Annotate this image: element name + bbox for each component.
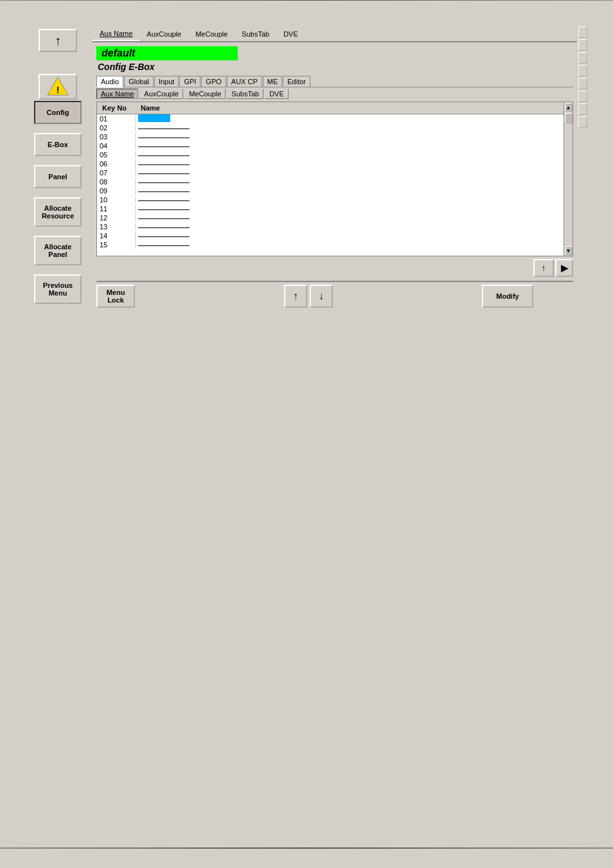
sidebar-up-button[interactable]: ↑ [39,29,77,52]
sub-tab-dve[interactable]: DVE [265,89,289,99]
right-panel: Aux Name AuxCouple MeCouple SubsTab DVE [93,26,577,312]
table-row[interactable]: 07 [97,168,564,177]
table-row[interactable]: 09 [97,186,564,195]
name-cell-07 [136,169,564,177]
right-side-btn-1[interactable] [578,26,587,38]
ebox-label: E-Box [48,141,68,148]
allocate-panel-button[interactable]: Allocate Panel [34,236,82,265]
table-row[interactable]: 08 [97,177,564,186]
key-cell-11: 11 [97,205,136,213]
table-body[interactable]: 01 02 03 [97,114,564,256]
name-cell-01 [136,114,564,123]
panel-label: Panel [48,173,67,181]
scroll-up-btn[interactable]: ▲ [565,103,573,112]
up-nav-button[interactable]: ↑ [533,259,554,277]
name-cell-08 [136,178,564,186]
inner-tab-input[interactable]: Input [154,76,179,87]
sub-tab-substab[interactable]: SubsTab [227,89,263,99]
ebox-button[interactable]: E-Box [34,133,82,156]
warning-icon-container: ! [46,76,69,98]
sidebar: ↑ ! Config E-Box [26,26,90,312]
right-side-btn-4[interactable] [578,65,587,76]
bottom-rule [0,847,613,849]
table-scrollbar[interactable]: ▲ ▼ [564,102,573,256]
top-tab-auxcouple[interactable]: AuxCouple [139,27,188,41]
sub-tab-aux-name[interactable]: Aux Name [96,89,138,99]
key-cell-04: 04 [97,142,136,150]
name-cell-15 [136,241,564,249]
name-cell-09 [136,187,564,195]
table-row[interactable]: 02 [97,123,564,132]
bottom-up-button[interactable]: ↑ [284,285,307,308]
config-button[interactable]: Config [34,101,82,124]
key-cell-12: 12 [97,214,136,222]
top-tab-substab[interactable]: SubsTab [235,27,276,41]
modify-button[interactable]: Modify [482,285,533,308]
bottom-down-button[interactable]: ↓ [310,285,333,308]
name-cell-14 [136,232,564,240]
table-row[interactable]: 12 [97,213,564,222]
sub-tab-mecouple[interactable]: MeCouple [184,89,226,99]
table-row[interactable]: 05 [97,150,564,159]
right-side-btn-2[interactable] [578,39,587,51]
top-tab-empty-2 [461,27,500,41]
table-row[interactable]: 14 [97,231,564,240]
menu-lock-button[interactable]: Menu Lock [96,285,135,308]
name-cell-06 [136,160,564,168]
scroll-down-btn[interactable]: ▼ [565,246,573,255]
key-cell-10: 10 [97,196,136,204]
table-row[interactable]: 01 [97,114,564,123]
inner-tab-global[interactable]: Global [124,76,154,87]
key-cell-09: 09 [97,187,136,195]
name-cell-04 [136,142,564,150]
name-cell-10 [136,196,564,204]
right-side-btn-8[interactable] [578,116,587,128]
allocate-resource-button[interactable]: Allocate Resource [34,197,82,227]
table-header: Key No Name [97,102,564,114]
inner-tab-auxcp[interactable]: AUX CP [227,76,262,87]
config-label: Config [47,109,69,116]
top-tab-dve[interactable]: DVE [276,27,305,41]
name-cell-02 [136,124,564,132]
right-side-btn-3[interactable] [578,52,587,64]
warning-indicator: ! [39,74,77,100]
table-row[interactable]: 03 [97,132,564,141]
warning-triangle-icon: ! [46,76,69,96]
table-row[interactable]: 15 [97,240,564,249]
config-header: default Config E-Box [96,46,573,72]
right-side-btn-6[interactable] [578,91,587,102]
inner-tab-editor[interactable]: Editor [283,76,310,87]
config-subtitle-text: Config E-Box [98,62,155,72]
table-row[interactable]: 06 [97,159,564,168]
right-side-btn-5[interactable] [578,78,587,89]
bottom-nav-bar: Menu Lock ↑ ↓ Modify [96,281,573,308]
inner-tab-gpi[interactable]: GPI [179,76,200,87]
menu-lock-label: Menu Lock [107,288,125,304]
far-right-btns [578,26,587,312]
top-tab-aux-name[interactable]: Aux Name [93,26,139,41]
inner-tab-me[interactable]: ME [263,76,283,87]
key-cell-08: 08 [97,178,136,186]
sub-tab-auxcouple[interactable]: AuxCouple [139,89,183,99]
table-row[interactable]: 04 [97,141,564,150]
inner-tab-gpo[interactable]: GPO [201,76,226,87]
name-highlight-01 [138,114,170,122]
main-layout: ↑ ! Config E-Box [0,1,613,357]
allocate-panel-label: Allocate Panel [44,243,72,258]
top-tab-empty-4 [538,27,577,41]
top-tab-empty-1 [305,27,461,41]
table-row[interactable]: 13 [97,222,564,231]
table-row[interactable]: 10 [97,195,564,204]
top-tab-mecouple[interactable]: MeCouple [188,27,235,41]
previous-menu-button[interactable]: Previous Menu [34,274,82,304]
right-side-btn-7[interactable] [578,103,587,115]
top-tab-empty-3 [500,27,538,41]
key-cell-07: 07 [97,169,136,177]
inner-tab-audio[interactable]: Audio [96,76,123,87]
right-nav-button[interactable]: ▶ [555,259,573,277]
svg-text:!: ! [57,85,60,95]
panel-button[interactable]: Panel [34,165,82,188]
table-row[interactable]: 11 [97,204,564,213]
key-cell-14: 14 [97,232,136,240]
name-cell-13 [136,223,564,231]
